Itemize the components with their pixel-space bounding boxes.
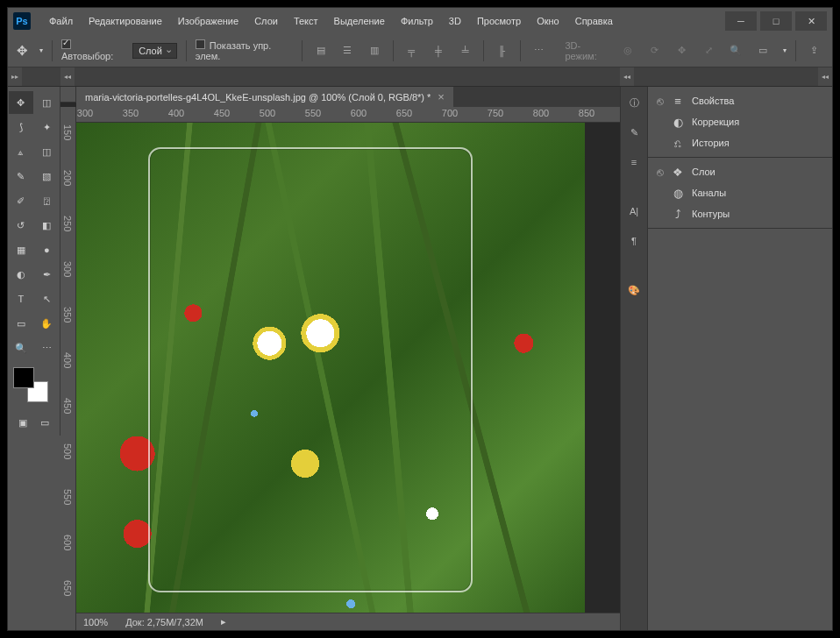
menu-layers[interactable]: Слои bbox=[246, 11, 286, 32]
align-center-h-button[interactable]: ☰ bbox=[338, 41, 357, 60]
menu-view[interactable]: Просмотр bbox=[469, 11, 529, 32]
color-swatches[interactable] bbox=[13, 367, 48, 402]
layers-icon: ❖ bbox=[671, 165, 685, 179]
foreground-swatch[interactable] bbox=[13, 367, 34, 388]
ruler-origin[interactable] bbox=[61, 87, 76, 103]
canvas-wrap: 150 200 250 300 350 400 450 500 550 600 … bbox=[61, 107, 620, 630]
type-panel-icon[interactable]: A| bbox=[623, 201, 644, 222]
menu-window[interactable]: Окно bbox=[529, 11, 567, 32]
move-tool[interactable]: ✥ bbox=[9, 91, 33, 114]
dock-collapse-icon[interactable]: ◂◂ bbox=[620, 67, 634, 86]
history-tool[interactable]: ↺ bbox=[9, 214, 33, 237]
align-left-button[interactable]: ▤ bbox=[311, 41, 330, 60]
mode3d-dropdown[interactable]: ▾ bbox=[783, 46, 787, 54]
more-align-button[interactable]: ⋯ bbox=[530, 41, 548, 60]
dodge-tool[interactable]: ◐ bbox=[9, 263, 33, 286]
vertical-ruler[interactable]: 150 200 250 300 350 400 450 500 550 600 … bbox=[61, 107, 76, 630]
document-tab[interactable]: maria-victoria-portelles-g4L4OL_KkeE-uns… bbox=[76, 87, 453, 107]
hand-tool[interactable]: ✋ bbox=[35, 312, 60, 335]
channels-icon: ◍ bbox=[671, 186, 685, 200]
brush-tool[interactable]: ✐ bbox=[9, 189, 33, 212]
panel-paths[interactable]: ⤴Контуры bbox=[648, 203, 832, 224]
type-tool[interactable]: T bbox=[9, 287, 33, 310]
mode3d-doc-icon[interactable]: ▭ bbox=[753, 41, 772, 60]
pen-tool[interactable]: ✒ bbox=[35, 263, 60, 286]
menu-image[interactable]: Изображение bbox=[170, 11, 246, 32]
crop-tool[interactable]: ⟁ bbox=[9, 140, 33, 163]
rect-tool[interactable]: ▭ bbox=[9, 312, 33, 335]
close-tab-icon[interactable]: × bbox=[438, 90, 445, 103]
tools-collapse-icon[interactable]: ▸▸ bbox=[8, 67, 22, 86]
menu-filter[interactable]: Фильтр bbox=[393, 11, 441, 32]
show-controls-checkbox[interactable]: Показать упр. элем. bbox=[196, 39, 294, 61]
menu-file[interactable]: Файл bbox=[41, 11, 81, 32]
zoom-level[interactable]: 100% bbox=[83, 617, 108, 627]
dock-tabstrip: ◂◂ bbox=[620, 67, 648, 87]
document-tab-title: maria-victoria-portelles-g4L4OL_KkeE-uns… bbox=[85, 92, 431, 103]
adjust-panel-icon[interactable]: ✎ bbox=[623, 122, 644, 143]
marquee-tool[interactable]: ◫ bbox=[35, 91, 60, 114]
panel-properties[interactable]: ⎋≡Свойства bbox=[648, 90, 832, 111]
mode3d-rotate-icon: ⟳ bbox=[645, 41, 664, 60]
align-center-v-button[interactable]: ╪ bbox=[429, 41, 447, 60]
color-panel-icon[interactable]: 🎨 bbox=[623, 280, 644, 301]
minimize-button[interactable]: ─ bbox=[725, 11, 757, 31]
stamp-tool[interactable]: ⍰ bbox=[35, 189, 60, 212]
quickmask-button[interactable]: ▣ bbox=[14, 414, 32, 431]
paragraph-panel-icon[interactable]: ¶ bbox=[623, 230, 644, 252]
doc-tabstrip-collapse-icon[interactable]: ◂◂ bbox=[61, 67, 75, 86]
panel-layers[interactable]: ⎋❖Слои bbox=[648, 161, 832, 182]
panel-history[interactable]: ⎌История bbox=[648, 132, 832, 153]
app-logo: Ps bbox=[13, 12, 31, 30]
eraser-tool[interactable]: ◧ bbox=[35, 214, 60, 237]
close-button[interactable]: ✕ bbox=[795, 11, 827, 31]
menu-3d[interactable]: 3D bbox=[441, 11, 469, 32]
distribute-button[interactable]: ╟ bbox=[493, 41, 511, 60]
mode3d-zoom-icon: 🔍 bbox=[727, 41, 745, 60]
tools-tabstrip: ▸▸ bbox=[8, 67, 61, 87]
panel-channels[interactable]: ◍Каналы bbox=[648, 182, 832, 203]
main-area: ▸▸ ✥◫ ⟆✦ ⟁◫ ✎▧ ✐⍰ ↺◧ ▦● ◐✒ T↖ ▭✋ 🔍⋯ ▣ bbox=[8, 67, 832, 630]
brush-panel-icon[interactable]: ≡ bbox=[623, 152, 644, 173]
patch-tool[interactable]: ▧ bbox=[35, 165, 60, 188]
menu-edit[interactable]: Редактирование bbox=[81, 11, 170, 32]
slice-tool[interactable]: ◫ bbox=[35, 140, 60, 163]
menu-help[interactable]: Справка bbox=[567, 11, 621, 32]
sliders-icon: ≡ bbox=[671, 94, 685, 108]
gradient-tool[interactable]: ▦ bbox=[9, 238, 33, 261]
blur-tool[interactable]: ● bbox=[35, 238, 60, 261]
panels-collapse-icon[interactable]: ◂◂ bbox=[818, 67, 832, 86]
menu-text[interactable]: Текст bbox=[286, 11, 326, 32]
panel-group-2: ⎋❖Слои ◍Каналы ⤴Контуры bbox=[648, 158, 832, 229]
panel-adjust[interactable]: ◐Коррекция bbox=[648, 111, 832, 132]
maximize-button[interactable]: □ bbox=[760, 11, 792, 31]
document-area: ◂◂ maria-victoria-portelles-g4L4OL_KkeE-… bbox=[61, 67, 620, 630]
horizontal-ruler[interactable]: 300 350 400 450 500 550 600 650 700 750 … bbox=[76, 107, 620, 123]
status-menu-icon[interactable]: ▸ bbox=[221, 616, 226, 627]
move-icon: ✥ bbox=[17, 43, 28, 59]
panel-group-1: ⎋≡Свойства ◐Коррекция ⎌История bbox=[648, 87, 832, 158]
doc-size[interactable]: Док: 2,75M/7,32M bbox=[125, 617, 203, 627]
screenmode-button[interactable]: ▭ bbox=[37, 414, 54, 431]
path-tool[interactable]: ↖ bbox=[35, 287, 60, 310]
panels-tabstrip: ◂◂ bbox=[648, 67, 832, 87]
eyedrop-tool[interactable]: ✎ bbox=[9, 165, 33, 188]
auto-select-checkbox[interactable]: Автовыбор: bbox=[61, 39, 124, 61]
zoom-tool[interactable]: 🔍 bbox=[9, 337, 33, 359]
align-right-button[interactable]: ▥ bbox=[366, 41, 384, 60]
lasso-tool[interactable]: ⟆ bbox=[9, 116, 33, 138]
auto-select-dropdown[interactable]: Слой bbox=[132, 43, 177, 59]
canvas[interactable] bbox=[76, 123, 620, 613]
tool-preset-dropdown[interactable]: ▾ bbox=[39, 46, 43, 54]
history-icon: ⎌ bbox=[671, 136, 685, 150]
panels-area: ⎋≡Свойства ◐Коррекция ⎌История ⎋❖Слои ◍К… bbox=[648, 87, 832, 630]
more-tools[interactable]: ⋯ bbox=[35, 337, 60, 359]
info-panel-icon[interactable]: ⓘ bbox=[623, 92, 644, 113]
wand-tool[interactable]: ✦ bbox=[35, 116, 60, 138]
share-button[interactable]: ⇪ bbox=[805, 41, 823, 60]
align-bottom-button[interactable]: ╧ bbox=[456, 41, 474, 60]
menu-select[interactable]: Выделение bbox=[326, 11, 393, 32]
paths-icon: ⤴ bbox=[671, 207, 685, 221]
align-top-button[interactable]: ╤ bbox=[402, 41, 421, 60]
selection-frame[interactable] bbox=[148, 147, 473, 592]
